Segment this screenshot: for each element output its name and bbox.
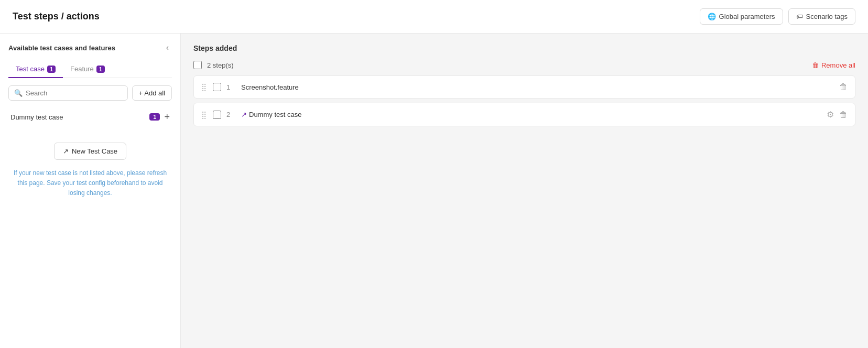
step-2-name: ↗Dummy test case (241, 111, 821, 118)
steps-header: Steps added (193, 44, 855, 52)
test-case-count: 1 (149, 113, 160, 121)
external-link-icon: ↗ (63, 147, 69, 155)
step-row: ⣿ 1 Screenshot.feature 🗑 (193, 75, 855, 99)
step-1-checkbox[interactable] (213, 83, 221, 91)
step-1-number: 1 (226, 83, 236, 91)
search-input[interactable] (26, 89, 122, 97)
search-input-wrap: 🔍 (8, 85, 128, 101)
drag-handle-icon[interactable]: ⣿ (201, 111, 207, 119)
search-row: 🔍 + Add all (8, 85, 172, 101)
tabs-container: Test case 1 Feature 1 (8, 61, 172, 78)
steps-select-row: 2 step(s) 🗑 Remove all (193, 61, 855, 69)
select-all-checkbox[interactable] (193, 61, 202, 69)
test-case-name: Dummy test case (10, 113, 63, 121)
step-1-name: Screenshot.feature (241, 83, 834, 91)
globe-icon: 🌐 (708, 13, 716, 20)
helper-text: If your new test case is not listed abov… (8, 168, 172, 199)
test-case-item: Dummy test case 1 + (8, 108, 172, 126)
step-2-delete-button[interactable]: 🗑 (839, 110, 848, 119)
steps-count: 2 step(s) (207, 61, 234, 69)
test-case-right: 1 + (149, 112, 170, 122)
tab-feature[interactable]: Feature 1 (63, 61, 112, 78)
link-icon: ↗ (241, 111, 247, 118)
scenario-tags-button[interactable]: 🏷 Scenario tags (788, 8, 856, 25)
tab-test-case-badge: 1 (47, 66, 56, 73)
right-panel: Steps added 2 step(s) 🗑 Remove all ⣿ 1 S… (181, 34, 868, 348)
page-header: Test steps / actions 🌐 Global parameters… (0, 0, 868, 34)
left-panel-title: Available test cases and features (8, 44, 115, 52)
tab-test-case-label: Test case (16, 65, 45, 73)
step-1-delete-button[interactable]: 🗑 (839, 82, 848, 92)
step-2-checkbox[interactable] (213, 111, 221, 119)
collapse-button[interactable]: ‹ (163, 42, 172, 53)
tag-icon: 🏷 (796, 13, 803, 20)
steps-title: Steps added (193, 44, 237, 52)
global-parameters-button[interactable]: 🌐 Global parameters (700, 8, 783, 25)
step-1-actions: 🗑 (839, 82, 848, 92)
tab-feature-badge: 1 (96, 66, 105, 73)
step-2-actions: ⚙ 🗑 (827, 110, 848, 119)
step-2-params-button[interactable]: ⚙ (827, 110, 834, 119)
tab-test-case[interactable]: Test case 1 (8, 61, 63, 78)
new-test-case-button[interactable]: ↗ New Test Case (54, 143, 126, 160)
step-2-number: 2 (226, 111, 236, 118)
trash-icon: 🗑 (812, 61, 819, 69)
add-test-case-button[interactable]: + (164, 112, 170, 122)
main-content: Available test cases and features ‹ Test… (0, 34, 868, 348)
drag-handle-icon[interactable]: ⣿ (201, 83, 207, 91)
page-title: Test steps / actions (13, 11, 100, 22)
left-panel-header: Available test cases and features ‹ (8, 42, 172, 53)
search-icon: 🔍 (14, 89, 23, 97)
remove-all-area: 🗑 Remove all (812, 61, 855, 69)
header-buttons: 🌐 Global parameters 🏷 Scenario tags (700, 8, 855, 25)
step-row: ⣿ 2 ↗Dummy test case ⚙ 🗑 (193, 103, 855, 126)
remove-all-button[interactable]: 🗑 Remove all (812, 61, 855, 69)
add-all-button[interactable]: + Add all (132, 85, 172, 101)
left-panel: Available test cases and features ‹ Test… (0, 34, 181, 348)
tab-feature-label: Feature (70, 65, 94, 73)
